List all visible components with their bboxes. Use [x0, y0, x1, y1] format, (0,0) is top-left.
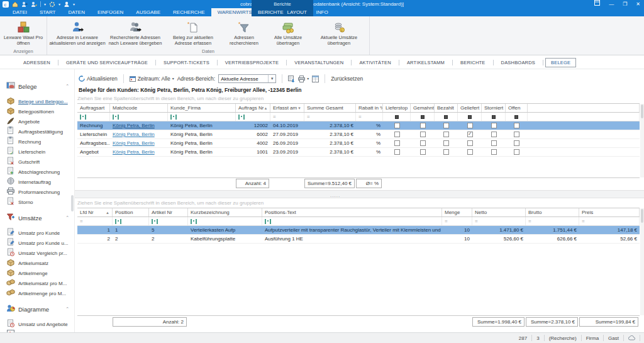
checkbox-checked[interactable]: [467, 132, 473, 137]
reset-button[interactable]: Zurücksetzen: [331, 76, 363, 82]
column-header-offen[interactable]: Offen: [506, 104, 528, 112]
column-header-artikel-nr[interactable]: Artikel Nr: [149, 208, 188, 216]
ribbon-button[interactable]: Lexware Wawi Pro öffnen: [1, 18, 45, 48]
column-header-filler[interactable]: [528, 104, 640, 112]
column-header-brutto[interactable]: Brutto: [526, 208, 579, 216]
column-header-lfd-nr[interactable]: Lfd Nr▲: [77, 208, 113, 216]
column-header-erfasst-am[interactable]: Erfasst am▼: [270, 104, 304, 112]
column-header-rabatt-in-[interactable]: Rabatt in %: [356, 104, 383, 112]
view-tab-vertriebsprojekte[interactable]: VERTRIEBSPROJEKTE: [219, 59, 284, 67]
table-row[interactable]: AngebotKönig Petra, BerlinKönig Petra, B…: [77, 148, 640, 157]
view-tab-aktivit-ten[interactable]: AKTIVITÄTEN: [353, 59, 397, 67]
user-icon[interactable]: [64, 1, 70, 8]
checkbox-unchecked[interactable]: [491, 123, 497, 128]
adress-bereich-select[interactable]: Aktuelle Adresse▼: [218, 74, 276, 83]
checkbox-unchecked[interactable]: [467, 140, 473, 146]
dropdown-caret-icon[interactable]: ▾: [73, 3, 75, 6]
filter-cell[interactable]: =: [356, 113, 383, 121]
checkbox-unchecked[interactable]: [443, 149, 449, 155]
dropdown-caret-icon[interactable]: ▾: [58, 3, 60, 6]
sidebar-item[interactable]: ✕Gutschrift: [6, 157, 74, 167]
checkbox-unchecked[interactable]: [394, 149, 400, 155]
filter-cell[interactable]: [149, 217, 188, 225]
view-tab-support-tickets[interactable]: SUPPORT-TICKETS: [158, 59, 215, 67]
home-icon[interactable]: [12, 1, 18, 8]
sidebar-item[interactable]: Umsatz pro Kunde u...: [6, 238, 74, 248]
sidebar-section-umsätze[interactable]: Umsätze⌃: [6, 212, 74, 223]
quick-access-toolbar[interactable]: c▾▾▾: [3, 0, 75, 8]
filter-cell[interactable]: =: [304, 113, 356, 121]
ribbon-button[interactable]: Alle Umsätze übertragen: [266, 18, 310, 48]
table-row[interactable]: 222KabelführungsplatteAusführung 1 HE105…: [77, 235, 640, 244]
maximize-icon[interactable]: ❐: [623, 0, 627, 8]
export-grid-button[interactable]: [288, 76, 295, 82]
sidebar-item[interactable]: Auftragsbestätigung: [6, 127, 74, 137]
table-row[interactable]: LieferscheinKönig Petra, BerlinKönig Pet…: [77, 130, 640, 139]
sidebar-item[interactable]: ✓Lieferschein: [6, 147, 74, 157]
column-header-storniert[interactable]: Storniert: [482, 104, 506, 112]
sidebar-section-diagramme[interactable]: Diagramme⌃: [6, 303, 74, 315]
sidebar-item[interactable]: ✕Storno: [6, 197, 74, 207]
sidebar-section-belege[interactable]: Belege⌃: [6, 81, 74, 92]
column-header-position[interactable]: Position: [113, 208, 149, 216]
sidebar-item[interactable]: Belege und Belegpo...: [6, 96, 74, 106]
filter-cell[interactable]: [262, 217, 442, 225]
table-row[interactable]: RechnungKönig Petra, BerlinKönig Petra, …: [77, 121, 640, 130]
checkbox-unchecked[interactable]: [491, 140, 497, 146]
ribbon-tab-daten[interactable]: DATEN: [62, 8, 91, 16]
matchcode-link[interactable]: König Petra, Berlin: [113, 140, 155, 146]
column-header-summe-gesamt[interactable]: Summe Gesamt: [304, 104, 356, 112]
positionen-grid-scrollbar[interactable]: [640, 208, 644, 315]
sidebar-item[interactable]: Umsatz und Angebote: [6, 319, 74, 329]
filter-cell[interactable]: =: [472, 217, 526, 225]
filter-cell[interactable]: [77, 113, 110, 121]
view-tab-dashboards[interactable]: DASHBOARDS: [496, 59, 541, 67]
checkbox-unchecked[interactable]: [394, 123, 400, 128]
ribbon-tab-ausgabe[interactable]: AUSGABE: [130, 8, 167, 16]
app-logo[interactable]: c: [3, 1, 9, 8]
chevron-down-icon[interactable]: ▼: [268, 75, 275, 82]
refresh-button[interactable]: Aktualisieren: [79, 76, 118, 82]
view-tab-artikelstamm[interactable]: ARTIKELSTAMM: [401, 59, 450, 67]
filter-cell[interactable]: [110, 113, 168, 121]
checkbox-unchecked[interactable]: [443, 140, 449, 146]
filter-cell[interactable]: [458, 113, 482, 121]
ribbon-button[interactable]: *Beleg zur aktuellen Adresse erfassen: [164, 18, 222, 48]
panel-splitter[interactable]: .....: [75, 190, 644, 198]
sidebar-item[interactable]: Belegpositionen: [6, 106, 74, 116]
checkbox-unchecked[interactable]: [514, 123, 519, 128]
chevron-up-icon[interactable]: ⌃: [65, 84, 69, 89]
filter-cell[interactable]: =: [77, 217, 113, 225]
checkbox-unchecked[interactable]: [420, 123, 426, 128]
filter-cell[interactable]: [435, 113, 458, 121]
checkbox-unchecked[interactable]: [491, 132, 497, 137]
checkbox-unchecked[interactable]: [514, 149, 519, 155]
filter-cell[interactable]: =: [442, 217, 472, 225]
view-tab-ger-te-und-serviceauftr-ge[interactable]: GERÄTE UND SERVICEAUFTRÄGE: [60, 59, 153, 67]
column-header-positions-text[interactable]: Positions-Text: [262, 208, 442, 216]
column-header-preis[interactable]: Preis: [579, 208, 640, 216]
checkbox-unchecked[interactable]: [514, 140, 519, 146]
sidebar-item[interactable]: Artikelumsatz: [6, 258, 74, 268]
sidebar-item[interactable]: Proformarechnung: [6, 187, 74, 197]
checkbox-unchecked[interactable]: [467, 149, 473, 155]
tools-icon[interactable]: [49, 1, 55, 8]
filter-cell[interactable]: =: [270, 113, 304, 121]
filter-cell[interactable]: [188, 217, 262, 225]
ribbon-button[interactable]: *Adressen recherchieren: [222, 18, 266, 48]
column-header-auftrags-nr[interactable]: Auftrags Nr▲: [236, 104, 270, 112]
column-header-kurzbezeichnung[interactable]: Kurzbezeichnung: [188, 208, 262, 216]
column-header-menge[interactable]: Menge: [442, 208, 472, 216]
column-header-gemahnt[interactable]: Gemahnt: [411, 104, 435, 112]
sidebar-item[interactable]: Rechnung: [6, 137, 74, 147]
style-icon[interactable]: [594, 0, 600, 8]
filter-cell[interactable]: [113, 217, 149, 225]
window-buttons[interactable]: —❐✕: [594, 0, 640, 8]
sidebar-item[interactable]: Angebote: [6, 116, 74, 127]
belege-grid-scrollbar[interactable]: [640, 104, 644, 177]
filter-cell[interactable]: [528, 113, 640, 121]
chevron-up-icon[interactable]: ⌃: [65, 306, 69, 312]
print-button[interactable]: ▾: [298, 76, 309, 82]
column-header-bezahlt[interactable]: Bezahlt: [435, 104, 458, 112]
view-tab-veranstaltungen[interactable]: VERANSTALTUNGEN: [289, 59, 349, 67]
